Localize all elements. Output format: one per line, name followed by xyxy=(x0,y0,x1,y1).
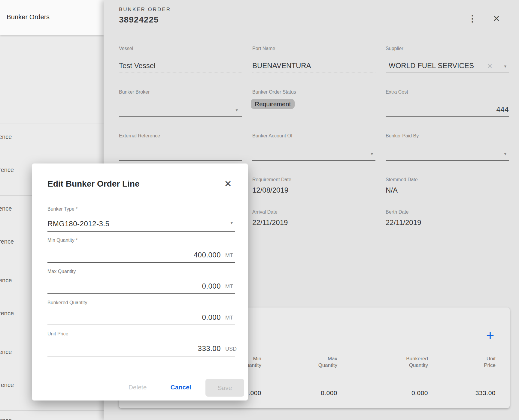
port-label: Port Name xyxy=(252,46,275,51)
add-bunker-line-button[interactable]: + xyxy=(483,327,497,343)
list-item[interactable]: ence xyxy=(0,134,12,140)
paid-by-label: Bunker Paid By xyxy=(386,133,419,139)
supplier-input[interactable]: WORLD FUEL SERVICES xyxy=(389,62,512,70)
account-of-caret-down-icon[interactable]: ▾ xyxy=(371,152,373,156)
stemmed-date-label: Stemmed Date xyxy=(386,177,509,182)
supplier-label: Supplier xyxy=(386,46,403,51)
account-of-field[interactable]: Bunker Account Of ▾ xyxy=(252,133,375,161)
save-button[interactable]: Save xyxy=(205,379,244,397)
delete-button[interactable]: Delete xyxy=(118,383,157,392)
supplier-clear-icon[interactable]: ✕ xyxy=(487,63,493,70)
external-reference-label: External Reference xyxy=(119,133,160,139)
requirement-date-field: Requirement Date 12/08/2019 xyxy=(252,177,375,194)
arrival-date-label: Arrival Date xyxy=(252,209,375,215)
max-quantity-input[interactable]: 0.000 xyxy=(202,282,221,290)
cell-unit-price: 333.00 xyxy=(429,389,496,397)
min-quantity-input[interactable]: 400.000 xyxy=(194,251,221,259)
requirement-date-value: 12/08/2019 xyxy=(252,186,375,194)
extra-cost-label: Extra Cost xyxy=(386,89,408,95)
min-quantity-field[interactable]: Min Quantity * 400.000 MT xyxy=(47,238,235,263)
broker-field[interactable]: Bunker Broker ▾ xyxy=(119,89,242,117)
broker-caret-down-icon[interactable]: ▾ xyxy=(235,108,238,112)
unit-price-field[interactable]: Unit Price 333.00 USD xyxy=(47,331,235,356)
page-title: Bunker Orders xyxy=(7,13,50,21)
supplier-field[interactable]: Supplier WORLD FUEL SERVICES ✕ ▾ xyxy=(386,46,509,73)
arrival-date-field: Arrival Date 22/11/2019 xyxy=(252,209,375,227)
min-quantity-label: Min Quantity * xyxy=(47,238,77,243)
col-header-bunkered-quantity: Bunkered Quantity xyxy=(362,356,428,369)
max-quantity-label: Max Quantity xyxy=(47,269,76,274)
bunkered-quantity-label: Bunkered Quantity xyxy=(47,300,87,305)
modal-title: Edit Bunker Order Line xyxy=(47,179,140,189)
status-label: Bunker Order Status xyxy=(252,89,296,95)
vessel-input: Test Vessel xyxy=(119,62,242,70)
bunker-type-label: Bunker Type * xyxy=(47,206,77,212)
paid-by-field[interactable]: Bunker Paid By ▾ xyxy=(386,133,509,161)
extra-cost-field[interactable]: Extra Cost 444 xyxy=(386,89,509,117)
status-badge: Requirement xyxy=(251,99,295,109)
stemmed-date-value: N/A xyxy=(386,186,509,194)
edit-bunker-order-line-modal: Edit Bunker Order Line ✕ Bunker Type * R… xyxy=(32,164,248,400)
vessel-label: Vessel xyxy=(119,46,133,51)
max-quantity-field[interactable]: Max Quantity 0.000 MT xyxy=(47,269,235,294)
list-divider xyxy=(0,124,104,124)
arrival-date-value: 22/11/2019 xyxy=(252,218,375,227)
port-input: BUENAVENTURA xyxy=(252,62,375,70)
modal-close-icon[interactable]: ✕ xyxy=(221,178,235,190)
bunkered-quantity-input[interactable]: 0.000 xyxy=(202,313,221,322)
list-item[interactable]: ence xyxy=(0,205,12,212)
col-header-unit-price: Unit Price xyxy=(429,356,496,369)
vessel-field: Vessel Test Vessel xyxy=(119,46,242,73)
account-of-label: Bunker Account Of xyxy=(252,133,292,139)
extra-cost-input[interactable]: 444 xyxy=(386,105,509,114)
bunker-type-field[interactable]: Bunker Type * RMG180-2012-3.5 ▾ xyxy=(47,206,235,232)
requirement-date-label: Requirement Date xyxy=(252,177,375,182)
order-id: 38924225 xyxy=(119,15,159,25)
max-quantity-unit: MT xyxy=(225,284,233,290)
bunker-type-select[interactable]: RMG180-2012-3.5 xyxy=(47,220,109,228)
list-item[interactable]: rence xyxy=(0,238,14,245)
list-item[interactable]: rence xyxy=(0,382,14,388)
berth-date-field: Berth Date 22/11/2019 xyxy=(386,209,509,227)
col-header-max-quantity: Max Quantity xyxy=(271,356,337,369)
berth-date-label: Berth Date xyxy=(386,209,509,215)
unit-price-input[interactable]: 333.00 xyxy=(198,344,221,353)
bunkered-quantity-field[interactable]: Bunkered Quantity 0.000 MT xyxy=(47,300,235,325)
list-item[interactable]: rence xyxy=(0,310,14,317)
stemmed-date-field: Stemmed Date N/A xyxy=(386,177,509,194)
status-field: Bunker Order Status Requirement xyxy=(252,89,375,117)
unit-price-label: Unit Price xyxy=(47,331,68,337)
list-item[interactable]: ence xyxy=(0,277,12,284)
bunker-orders-app: ence rence ence rence ence rence ence re… xyxy=(0,0,519,420)
list-item[interactable]: ence xyxy=(0,349,12,356)
bunkered-quantity-unit: MT xyxy=(225,315,233,321)
min-quantity-unit: MT xyxy=(225,252,233,259)
unit-price-unit: USD xyxy=(225,346,237,352)
list-panel-header: Bunker Orders xyxy=(0,0,104,35)
kebab-menu-icon[interactable]: ⋮ xyxy=(467,12,478,25)
cell-bunkered-quantity: 0.000 xyxy=(362,389,428,397)
port-field: Port Name BUENAVENTURA xyxy=(252,46,375,73)
bunker-type-caret-down-icon[interactable]: ▾ xyxy=(230,220,233,225)
external-reference-field[interactable]: External Reference xyxy=(119,133,242,161)
paid-by-caret-down-icon[interactable]: ▾ xyxy=(504,152,506,156)
drawer-type-label: BUNKER ORDER xyxy=(119,7,171,13)
list-item[interactable]: ence xyxy=(0,417,12,420)
berth-date-value: 22/11/2019 xyxy=(386,218,509,227)
cancel-button[interactable]: Cancel xyxy=(161,383,200,392)
broker-label: Bunker Broker xyxy=(119,89,150,95)
list-item[interactable]: rence xyxy=(0,166,14,173)
drawer-close-icon[interactable]: ✕ xyxy=(490,12,502,25)
supplier-caret-down-icon[interactable]: ▾ xyxy=(504,64,506,68)
cell-max-quantity: 0.000 xyxy=(271,389,337,397)
list-divider xyxy=(0,410,104,411)
